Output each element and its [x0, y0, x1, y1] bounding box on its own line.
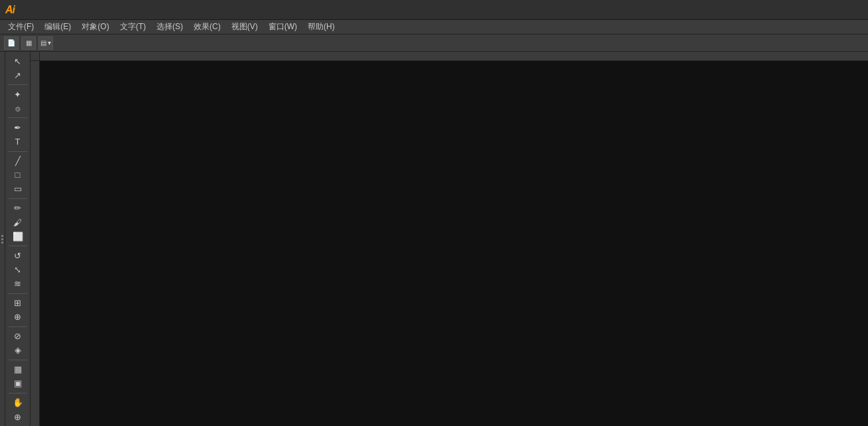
menu-item-file[interactable]: 文件(F) [3, 20, 39, 34]
rounded-rectangle-tool-icon: ▭ [14, 184, 22, 193]
tool-separator-5 [9, 293, 27, 294]
menu-item-object[interactable]: 对象(O) [76, 20, 114, 34]
canvas-wrapper [31, 52, 868, 426]
tool-separator-2 [9, 151, 27, 152]
shape-builder-tool-icon: ⊕ [14, 313, 21, 321]
menu-item-edit[interactable]: 编辑(E) [39, 20, 76, 34]
graph-tool[interactable]: ▦ [9, 363, 27, 376]
rotate-tool-icon: ↺ [14, 251, 21, 260]
title-bar: Ai [0, 0, 868, 20]
main-area: ↖↗✦⌾✒T╱□▭✏🖌⬜↺⤡≋⊞⊕⊘◈▦▣✋⊕ [0, 52, 868, 426]
tool-separator-8 [9, 393, 27, 393]
tool-separator-3 [9, 198, 27, 199]
warp-tool[interactable]: ≋ [9, 277, 27, 290]
blend-tool-icon: ◈ [15, 346, 21, 354]
tool-separator-1 [9, 117, 27, 118]
selection-tool-icon: ↖ [14, 57, 21, 66]
menu-item-select[interactable]: 选择(S) [151, 20, 188, 34]
artboard-tool[interactable]: ▣ [9, 377, 27, 390]
rounded-rectangle-tool[interactable]: ▭ [9, 182, 27, 196]
artboard-tool-icon: ▣ [14, 379, 22, 388]
menu-bar: 文件(F)编辑(E)对象(O)文字(T)选择(S)效果(C)视图(V)窗口(W)… [0, 20, 868, 35]
blend-tool[interactable]: ◈ [9, 344, 27, 357]
tool-separator-0 [9, 84, 27, 85]
zoom-tool[interactable]: ⊕ [9, 410, 27, 423]
menu-item-text[interactable]: 文字(T) [115, 20, 151, 34]
line-tool-icon: ╱ [15, 157, 21, 165]
toolbox-collapse-handle[interactable] [0, 52, 5, 426]
rotate-tool[interactable]: ↺ [9, 249, 27, 262]
tool-separator-7 [9, 360, 27, 360]
ruler-left [31, 61, 40, 426]
scale-tool[interactable]: ⤡ [9, 263, 27, 276]
menu-item-help[interactable]: 帮助(H) [302, 20, 340, 34]
eraser-tool[interactable]: ⬜ [9, 230, 27, 243]
hand-tool-icon: ✋ [13, 398, 23, 407]
direct-selection-tool[interactable]: ↗ [9, 68, 27, 82]
zoom-tool-icon: ⊕ [14, 413, 21, 421]
graph-tool-icon: ▦ [14, 365, 22, 374]
eraser-tool-icon: ⬜ [13, 232, 23, 241]
lasso-tool-icon: ⌾ [15, 104, 21, 113]
paintbrush-tool-icon: 🖌 [13, 218, 22, 227]
ruler-top [31, 52, 868, 61]
canvas-content[interactable] [40, 61, 868, 426]
type-tool-icon: T [15, 137, 21, 146]
rectangle-tool-icon: □ [15, 171, 21, 179]
magic-wand-tool[interactable]: ✦ [9, 88, 27, 101]
top-toolbar: 📄 ▦ ▤ ▾ [0, 35, 868, 52]
tool-separator-4 [9, 246, 27, 246]
ai-logo: Ai [5, 4, 15, 16]
ruler-corner [31, 52, 40, 61]
free-transform-tool-icon: ⊞ [14, 299, 21, 307]
shape-builder-tool[interactable]: ⊕ [9, 311, 27, 324]
tool-separator-6 [9, 326, 27, 327]
warp-tool-icon: ≋ [14, 279, 21, 288]
pen-tool[interactable]: ✒ [9, 121, 27, 134]
eyedropper-tool[interactable]: ⊘ [9, 330, 27, 343]
canvas-row [31, 61, 868, 426]
left-toolbox: ↖↗✦⌾✒T╱□▭✏🖌⬜↺⤡≋⊞⊕⊘◈▦▣✋⊕ [5, 52, 31, 426]
paintbrush-tool[interactable]: 🖌 [9, 216, 27, 229]
magic-wand-tool-icon: ✦ [14, 90, 21, 99]
doc-setup-btn[interactable]: 📄 [4, 36, 19, 50]
scale-tool-icon: ⤡ [14, 265, 21, 274]
menu-item-window[interactable]: 窗口(W) [263, 20, 302, 34]
menu-item-view[interactable]: 视图(V) [226, 20, 263, 34]
view-toggle-btn[interactable]: ▤ ▾ [38, 36, 53, 50]
menu-item-effect[interactable]: 效果(C) [188, 20, 226, 34]
selection-tool[interactable]: ↖ [9, 54, 27, 68]
rectangle-tool[interactable]: □ [9, 169, 27, 182]
pencil-tool[interactable]: ✏ [9, 202, 27, 215]
line-tool[interactable]: ╱ [9, 154, 27, 167]
eyedropper-tool-icon: ⊘ [14, 332, 21, 340]
pencil-tool-icon: ✏ [14, 204, 21, 212]
direct-selection-tool-icon: ↗ [14, 71, 21, 80]
arrange-btn[interactable]: ▦ [21, 36, 36, 50]
free-transform-tool[interactable]: ⊞ [9, 296, 27, 309]
hand-tool[interactable]: ✋ [9, 396, 27, 409]
pen-tool-icon: ✒ [14, 123, 21, 132]
lasso-tool[interactable]: ⌾ [9, 102, 27, 115]
type-tool[interactable]: T [9, 135, 27, 148]
